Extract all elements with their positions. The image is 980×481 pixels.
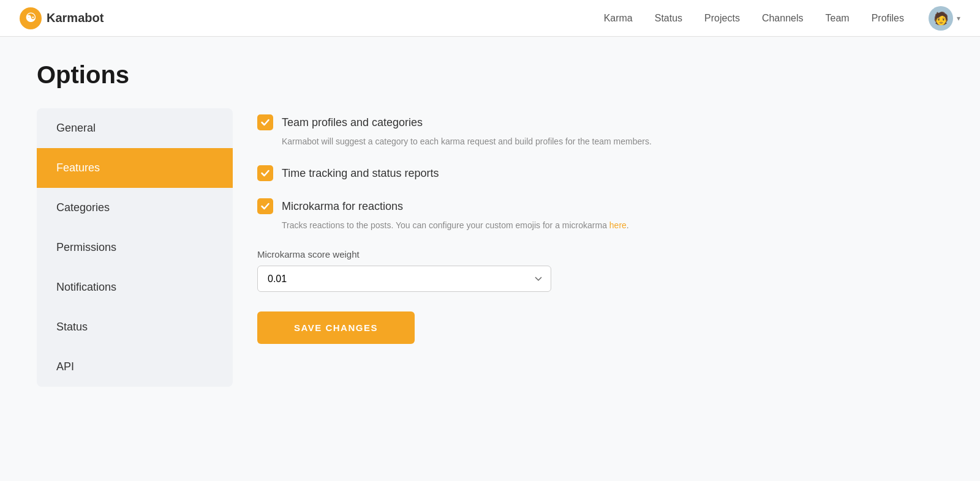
navbar: ☯ Karmabot Karma Status Projects Channel… [0,0,980,37]
user-menu[interactable]: 🧑 ▾ [929,6,960,31]
nav-status[interactable]: Status [655,13,682,23]
feature-microkarma-label: Microkarma for reactions [282,200,403,213]
nav-karma[interactable]: Karma [604,13,633,23]
feature-microkarma: Microkarma for reactions Tracks reaction… [257,198,943,232]
brand-logo-link[interactable]: ☯ Karmabot [20,7,104,29]
sidebar-item-categories[interactable]: Categories [37,188,233,228]
feature-team-profiles: Team profiles and categories Karmabot wi… [257,114,943,148]
checkmark-icon [260,117,270,127]
feature-team-profiles-label: Team profiles and categories [282,116,423,129]
main-content: Team profiles and categories Karmabot wi… [257,108,943,387]
avatar: 🧑 [929,6,953,31]
brand-name: Karmabot [47,11,104,25]
nav-channels[interactable]: Channels [762,13,804,23]
score-weight-section: Microkarma score weight 0.01 0.05 0.1 0.… [257,249,943,292]
checkmark-icon [260,201,270,211]
svg-text:☯: ☯ [25,11,36,24]
sidebar-item-features[interactable]: Features [37,148,233,188]
sidebar-item-status[interactable]: Status [37,307,233,347]
page-title: Options [37,61,943,89]
page-wrapper: Options General Features Categories Perm… [0,37,980,411]
sidebar-item-notifications[interactable]: Notifications [37,267,233,307]
microkarma-here-link[interactable]: here [609,220,627,230]
feature-time-tracking: Time tracking and status reports [257,165,943,181]
checkbox-time-tracking[interactable] [257,165,273,181]
score-weight-select[interactable]: 0.01 0.05 0.1 0.5 1.0 [257,266,551,292]
feature-time-tracking-label: Time tracking and status reports [282,167,439,180]
sidebar-item-permissions[interactable]: Permissions [37,228,233,267]
sidebar-item-api[interactable]: API [37,347,233,387]
content-layout: General Features Categories Permissions … [37,108,943,387]
feature-team-profiles-desc: Karmabot will suggest a category to each… [282,135,943,148]
feature-microkarma-desc: Tracks reactions to the posts. You can c… [282,219,943,232]
checkmark-icon [260,168,270,178]
checkbox-team-profiles[interactable] [257,114,273,130]
nav-team[interactable]: Team [826,13,850,23]
user-menu-chevron-icon: ▾ [957,14,960,23]
nav-profiles[interactable]: Profiles [872,13,904,23]
checkbox-microkarma[interactable] [257,198,273,214]
nav-projects[interactable]: Projects [704,13,740,23]
save-changes-button[interactable]: SAVE CHANGES [257,311,415,344]
main-nav: Karma Status Projects Channels Team Prof… [604,13,904,24]
karmabot-logo-icon: ☯ [20,7,42,29]
sidebar: General Features Categories Permissions … [37,108,233,387]
sidebar-item-general[interactable]: General [37,108,233,148]
score-weight-label: Microkarma score weight [257,249,943,259]
